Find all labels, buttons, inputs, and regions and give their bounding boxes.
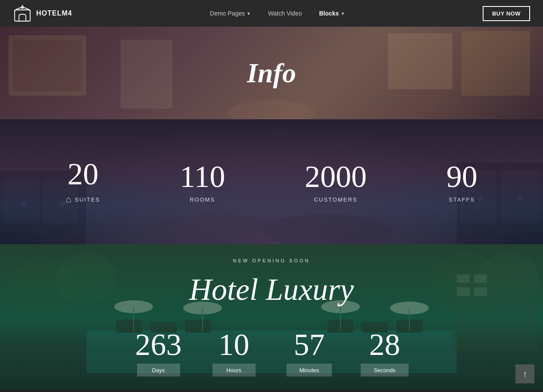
countdown-hours-label-box: Hours bbox=[212, 364, 256, 376]
stat-rooms-label: ROOMS bbox=[190, 196, 215, 203]
countdown-hours-label: Hours bbox=[226, 367, 241, 373]
main-content: Info 20 ⌂ bbox=[0, 0, 543, 390]
stat-suites-number: 20 bbox=[67, 159, 98, 190]
nav-watch-video[interactable]: Watch Video bbox=[268, 10, 302, 17]
countdown-minutes-label-box: Minutes bbox=[287, 364, 332, 376]
back-to-top-icon: ↑ bbox=[523, 369, 527, 379]
countdown-days: 263 Days bbox=[121, 329, 196, 376]
svg-rect-0 bbox=[15, 10, 30, 21]
countdown-section: NEW OPENING SOON Hotel Luxury 263 Days 1… bbox=[0, 244, 543, 390]
navbar-nav: Demo Pages ▼ Watch Video Blocks ▼ bbox=[210, 10, 345, 17]
blocks-dropdown-icon: ▼ bbox=[340, 11, 345, 16]
demo-pages-dropdown-icon: ▼ bbox=[247, 11, 251, 16]
stats-container: 20 ⌂ SUITES 110 ROOMS 2000 CUSTOMERS 90 … bbox=[0, 159, 543, 205]
countdown-minutes: 57 Minutes bbox=[272, 329, 347, 376]
stat-suites: 20 ⌂ SUITES bbox=[66, 159, 100, 205]
countdown-title: Hotel Luxury bbox=[0, 272, 543, 308]
nav-demo-pages[interactable]: Demo Pages ▼ bbox=[210, 10, 251, 17]
stat-rooms: 110 ROOMS bbox=[180, 161, 225, 203]
stat-suites-label: SUITES bbox=[75, 196, 100, 203]
hero-section: Info bbox=[0, 27, 543, 119]
stat-staffs-label: STAFFS bbox=[449, 196, 475, 203]
countdown-days-number: 263 bbox=[135, 329, 182, 360]
stat-rooms-number: 110 bbox=[180, 161, 225, 192]
hero-title: Info bbox=[247, 57, 296, 89]
nav-blocks[interactable]: Blocks ▼ bbox=[319, 10, 345, 17]
stat-suites-label-group: ⌂ SUITES bbox=[66, 194, 100, 205]
buy-now-button[interactable]: BUY NOW bbox=[483, 6, 530, 21]
countdown-days-label-box: Days bbox=[137, 364, 180, 376]
stat-customers: 2000 CUSTOMERS bbox=[305, 161, 367, 203]
countdown-subtitle: NEW OPENING SOON bbox=[0, 258, 543, 263]
stats-section: 20 ⌂ SUITES 110 ROOMS 2000 CUSTOMERS 90 … bbox=[0, 119, 543, 244]
brand-name: HOTELM4 bbox=[36, 9, 72, 17]
navbar-actions: BUY NOW bbox=[483, 6, 530, 21]
countdown-seconds-label: Seconds bbox=[374, 367, 396, 373]
countdown-minutes-number: 57 bbox=[294, 329, 325, 360]
countdown-seconds-number: 28 bbox=[369, 329, 400, 360]
countdown-timer: 263 Days 10 Hours 57 Minutes bbox=[0, 329, 543, 376]
navbar-brand-area: HOTELM4 bbox=[13, 4, 72, 23]
countdown-content: NEW OPENING SOON Hotel Luxury 263 Days 1… bbox=[0, 258, 543, 376]
stat-customers-label: CUSTOMERS bbox=[314, 196, 358, 203]
stat-staffs-number: 90 bbox=[446, 161, 477, 192]
countdown-seconds: 28 Seconds bbox=[347, 329, 422, 376]
navbar: HOTELM4 Demo Pages ▼ Watch Video Blocks … bbox=[0, 0, 543, 27]
stat-customers-number: 2000 bbox=[305, 161, 367, 192]
back-to-top-button[interactable]: ↑ bbox=[515, 364, 534, 383]
hotel-logo-icon bbox=[13, 4, 32, 23]
countdown-hours-number: 10 bbox=[218, 329, 250, 360]
suites-icon: ⌂ bbox=[66, 194, 71, 205]
countdown-hours: 10 Hours bbox=[196, 329, 272, 376]
countdown-minutes-label: Minutes bbox=[300, 367, 319, 373]
countdown-seconds-label-box: Seconds bbox=[361, 364, 409, 376]
stat-staffs: 90 STAFFS bbox=[446, 161, 477, 203]
countdown-days-label: Days bbox=[152, 367, 165, 373]
